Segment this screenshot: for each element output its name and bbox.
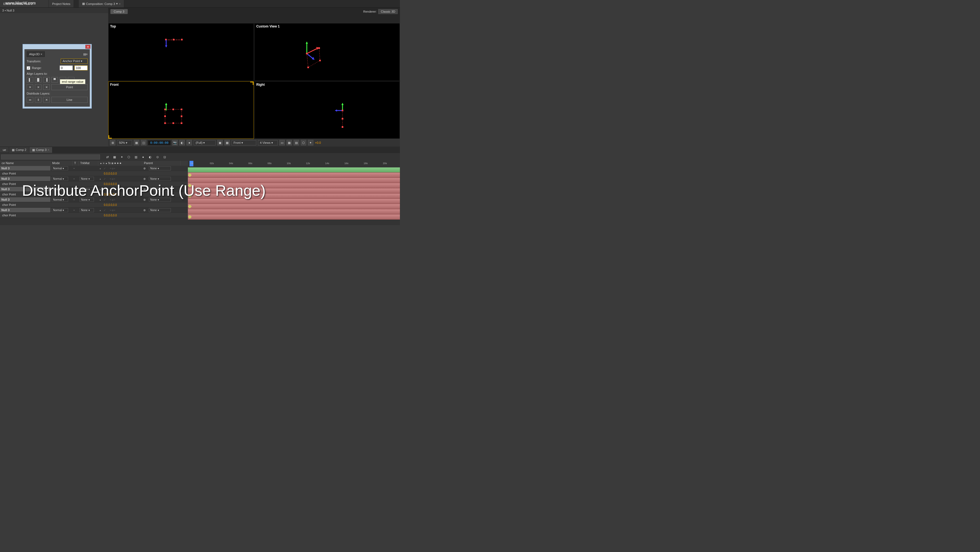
align-x-icon[interactable]: ✕: [27, 85, 33, 90]
col-mode[interactable]: Mode: [51, 161, 73, 166]
mode-select[interactable]: Normal ▾: [52, 187, 68, 191]
timeline-tab[interactable]: ▦ Comp 2: [9, 147, 29, 153]
property-value[interactable]: 0.0,0.0,0.0: [104, 193, 117, 196]
align-y-icon[interactable]: ✕: [35, 85, 41, 90]
mode-select[interactable]: Normal ▾: [52, 177, 68, 181]
views-select[interactable]: 4 Views ▾: [258, 140, 277, 145]
viewport-custom[interactable]: Custom View 1: [255, 23, 400, 81]
layer-bar[interactable]: [188, 209, 400, 214]
timecode[interactable]: 0:00:00:00: [148, 140, 170, 145]
snapshot-icon[interactable]: 📷: [172, 140, 178, 145]
col-t[interactable]: T: [73, 161, 78, 166]
property-value[interactable]: 0.0,0.0,0.0: [104, 182, 117, 185]
parent-select[interactable]: None ▾: [149, 166, 171, 171]
trkmat-select[interactable]: None ▾: [80, 208, 94, 212]
composition-tab[interactable]: ▦ Composition: Comp 3 ▾ ×: [79, 0, 124, 7]
parent-select[interactable]: None ▾: [149, 208, 171, 212]
zoom-select[interactable]: 50% ▾: [117, 140, 132, 145]
property-value[interactable]: 0.0,0.0,0.0: [104, 214, 117, 217]
range-start-input[interactable]: [60, 65, 73, 70]
mode-select[interactable]: Normal ▾: [52, 166, 68, 171]
layer-bar[interactable]: [188, 204, 400, 209]
range-checkbox[interactable]: ✓: [27, 66, 30, 70]
layer-bar[interactable]: [188, 183, 400, 188]
layer-bar[interactable]: [188, 168, 400, 172]
color-icon[interactable]: ●: [186, 140, 192, 145]
toolbar-icon[interactable]: ⇄: [104, 154, 110, 160]
close-button[interactable]: ✕: [86, 45, 91, 49]
search-input[interactable]: [1, 155, 100, 160]
align-left-icon[interactable]: ▌: [27, 77, 33, 83]
keyframe-icon[interactable]: [188, 204, 192, 208]
layer-name[interactable]: Null 3: [0, 187, 51, 191]
transform-select[interactable]: Anchor Point ▾: [61, 59, 88, 64]
magnify-icon[interactable]: ⊞: [110, 140, 115, 145]
toolbar-icon[interactable]: ⊡: [162, 154, 167, 160]
channel-icon[interactable]: ◐: [179, 140, 185, 145]
toolbar-icon[interactable]: ▦: [111, 154, 118, 160]
trkmat-select[interactable]: None ▾: [80, 187, 94, 191]
layer-bar[interactable]: [188, 172, 400, 178]
timeline-icon[interactable]: ▤: [294, 140, 299, 145]
close-icon[interactable]: ×: [119, 2, 121, 5]
point-button[interactable]: Point: [51, 84, 88, 90]
time-ruler[interactable]: 0s02s04s06s08s10s12s14s16s18s20s22: [188, 161, 400, 168]
layer-name[interactable]: Null 3: [0, 176, 51, 181]
distribute-v-icon[interactable]: ⇕: [35, 97, 41, 102]
keyframe-icon[interactable]: [188, 194, 192, 198]
transparency-icon[interactable]: ▦: [224, 140, 230, 145]
layer-bar[interactable]: [188, 193, 400, 199]
keyframe-icon[interactable]: [188, 215, 192, 219]
keyframe-icon[interactable]: [188, 173, 192, 177]
fast-preview-icon[interactable]: ▦: [286, 140, 292, 145]
viewport-front[interactable]: Front: [108, 81, 254, 139]
mode-select[interactable]: Normal ▾: [52, 208, 68, 212]
pixel-aspect-icon[interactable]: ▭: [279, 140, 285, 145]
toolbar-icon[interactable]: ▥: [133, 154, 139, 160]
distribute-h-icon[interactable]: ⇔: [27, 97, 33, 102]
panel-menu-icon[interactable]: ▤≡: [83, 53, 88, 56]
dropdown-icon[interactable]: ▾: [116, 2, 118, 5]
comp-tab[interactable]: Comp 3: [110, 9, 128, 14]
project-notes-tab[interactable]: Project Notes: [49, 0, 74, 7]
layer-bar[interactable]: [188, 188, 400, 193]
keyframe-icon[interactable]: [188, 183, 192, 187]
mode-select[interactable]: Normal ▾: [52, 198, 68, 202]
roi-icon[interactable]: ▣: [217, 140, 223, 145]
distribute-z-icon[interactable]: ✕: [43, 97, 50, 102]
toolbar-icon[interactable]: ⬡: [126, 154, 132, 160]
resolution-select[interactable]: (Full) ▾: [194, 140, 216, 145]
exposure-value[interactable]: +0.0: [315, 141, 321, 144]
align-top-icon[interactable]: ▀: [51, 77, 58, 83]
layer-name[interactable]: Null 3: [0, 207, 51, 212]
parent-select[interactable]: None ▾: [149, 187, 171, 191]
property-value[interactable]: 0.0,0.0,0.0: [104, 203, 117, 206]
parent-select[interactable]: None ▾: [149, 177, 171, 181]
align-z-icon[interactable]: ✕: [43, 85, 50, 90]
trkmat-select[interactable]: None ▾: [80, 198, 94, 202]
layer-bar[interactable]: [188, 199, 400, 204]
align3d-tab[interactable]: Align3D ×: [27, 51, 45, 57]
toolbar-icon[interactable]: ✦: [119, 154, 125, 160]
timeline-tab[interactable]: ▦ Comp 3 ×: [29, 147, 52, 153]
range-end-input[interactable]: [75, 65, 88, 70]
mask-icon[interactable]: ◫: [141, 140, 146, 145]
renderer-select[interactable]: Classic 3D: [378, 9, 398, 14]
layer-bar[interactable]: [188, 178, 400, 183]
align-center-h-icon[interactable]: ▐▌: [35, 77, 41, 83]
exposure-reset-icon[interactable]: ✦: [308, 140, 313, 145]
property-value[interactable]: 0.0,0.0,0.0: [104, 172, 117, 175]
flowchart-icon[interactable]: ⬡: [301, 140, 306, 145]
line-button[interactable]: Line: [51, 97, 88, 103]
col-trkmat[interactable]: TrkMat: [78, 161, 98, 166]
toolbar-icon[interactable]: ◐: [147, 154, 153, 160]
close-icon[interactable]: ×: [48, 148, 49, 152]
layer-name[interactable]: Null 3: [0, 166, 51, 171]
timeline-tab[interactable]: ue: [0, 147, 9, 153]
col-parent[interactable]: Parent: [142, 161, 181, 166]
dialog-titlebar[interactable]: ✕: [23, 44, 91, 49]
camera-select[interactable]: Front ▾: [232, 140, 256, 145]
col-source[interactable]: ce Name: [0, 161, 51, 166]
layer-bar[interactable]: [188, 214, 400, 220]
parent-select[interactable]: None ▾: [149, 198, 171, 202]
